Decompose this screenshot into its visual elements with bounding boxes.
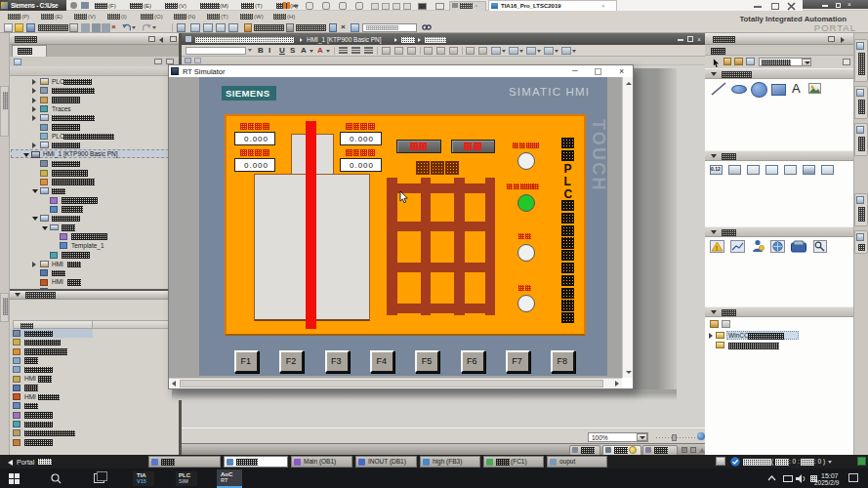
svg-text:!: ! bbox=[716, 245, 718, 252]
